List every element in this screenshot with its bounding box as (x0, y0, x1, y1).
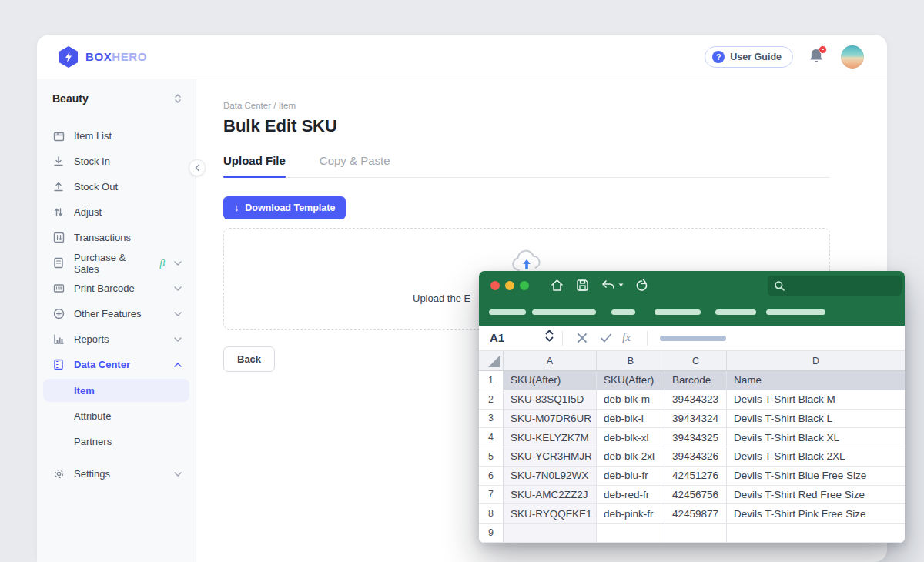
cell[interactable]: SKU-RYQQFKE1 (504, 504, 597, 524)
cell[interactable] (504, 524, 597, 543)
sidebar-item-purchase-sales[interactable]: Purchase & Sales β (37, 250, 196, 276)
spreadsheet-search-field[interactable] (768, 276, 902, 296)
cancel-entry-icon[interactable] (576, 330, 589, 346)
cell[interactable]: SKU-M07DR6UR (504, 410, 597, 429)
cell[interactable]: Barcode (665, 371, 727, 390)
cell[interactable]: 42451276 (665, 467, 727, 486)
cell[interactable]: Devils T-Shirt Blue Free Size (727, 467, 905, 486)
cell[interactable]: 39434324 (665, 410, 727, 429)
formula-bar: A1 fx (479, 326, 905, 351)
function-icon[interactable]: fx (622, 331, 631, 344)
cell[interactable]: Name (727, 371, 905, 390)
minimize-icon[interactable] (505, 281, 514, 290)
cell[interactable]: 39434326 (665, 447, 727, 467)
cell[interactable]: deb-red-fr (597, 486, 665, 505)
sidebar-item-print-barcode[interactable]: Print Barcode (37, 276, 196, 301)
cell[interactable]: SKU-YCR3HMJR (504, 447, 597, 467)
back-button[interactable]: Back (223, 346, 275, 372)
column-header[interactable]: D (727, 351, 905, 371)
row-number[interactable]: 6 (479, 467, 504, 486)
bar-chart-icon (52, 333, 65, 346)
row-number[interactable]: 4 (479, 428, 504, 447)
cell[interactable]: 42459877 (665, 504, 727, 524)
sidebar-collapse-button[interactable] (189, 159, 206, 176)
cell[interactable]: SKU(After) (597, 371, 665, 390)
sidebar-item-adjust[interactable]: Adjust (37, 199, 196, 225)
table-row: 7 SKU-AMC2ZZ2J deb-red-fr 42456756 Devil… (479, 486, 905, 505)
cell[interactable]: 39434325 (665, 428, 727, 447)
sidebar-subitem-partners[interactable]: Partners (37, 429, 196, 454)
column-header[interactable]: A (504, 351, 597, 371)
row-number[interactable]: 3 (479, 410, 504, 429)
cell[interactable]: Devils T-Shirt Black XL (727, 428, 905, 447)
download-template-button[interactable]: ↓ Download Template (223, 196, 346, 219)
column-header-row: A B C D (479, 351, 905, 371)
cell[interactable]: deb-pink-fr (597, 504, 665, 524)
sidebar-item-data-center[interactable]: Data Center (37, 352, 196, 377)
sidebar-item-transactions[interactable]: Transactions (37, 225, 196, 250)
cell[interactable]: deb-blk-xl (597, 428, 665, 447)
redo-icon[interactable] (635, 279, 648, 293)
home-icon[interactable] (550, 278, 564, 293)
cell[interactable]: deb-blu-fr (597, 467, 665, 486)
sidebar-item-label: Adjust (74, 206, 102, 218)
cell[interactable]: SKU-83SQ1I5D (504, 390, 597, 410)
cell[interactable]: SKU-7N0L92WX (504, 467, 597, 486)
cell-reference-stepper[interactable] (545, 330, 554, 342)
table-row: 1 SKU(After) SKU(After) Barcode Name (479, 371, 905, 390)
column-header[interactable]: B (597, 351, 665, 371)
ribbon-tab-placeholder (532, 309, 596, 315)
breadcrumb-part[interactable]: Data Center (223, 101, 271, 110)
cell[interactable]: deb-blk-2xl (597, 447, 665, 467)
undo-icon (601, 279, 616, 292)
row-number[interactable]: 7 (479, 486, 504, 505)
undo-button[interactable] (601, 279, 624, 292)
sidebar-item-stock-out[interactable]: Stock Out (37, 174, 196, 199)
cell[interactable] (665, 524, 727, 543)
maximize-icon[interactable] (520, 281, 529, 290)
cell[interactable]: SKU-AMC2ZZ2J (504, 486, 597, 505)
cell[interactable]: Devils T-Shirt Black M (727, 390, 905, 410)
database-icon (52, 359, 65, 371)
row-number[interactable]: 1 (479, 371, 504, 390)
save-icon[interactable] (576, 279, 589, 292)
sidebar-item-item-list[interactable]: Item List (37, 123, 196, 149)
column-header[interactable]: C (665, 351, 727, 371)
cell[interactable] (597, 524, 665, 543)
workspace-selector[interactable]: Beauty (37, 92, 196, 105)
sidebar-item-stock-in[interactable]: Stock In (37, 149, 196, 174)
sidebar-item-reports[interactable]: Reports (37, 326, 196, 352)
arrow-up-tray-icon (52, 181, 65, 193)
cell[interactable]: Devils T-Shirt Red Free Size (727, 486, 905, 505)
close-icon[interactable] (490, 281, 500, 290)
cell[interactable]: 42456756 (665, 486, 727, 505)
cell-reference-box[interactable]: A1 (490, 331, 504, 344)
confirm-entry-icon[interactable] (599, 330, 613, 346)
sort-arrows-icon (174, 93, 182, 104)
breadcrumb-part[interactable]: Item (279, 101, 296, 110)
boxhero-logo-icon (59, 46, 79, 68)
row-number[interactable]: 9 (479, 524, 504, 543)
cell[interactable]: Devils T-Shirt Black 2XL (727, 447, 905, 467)
cell[interactable]: SKU-KELYZK7M (504, 428, 597, 447)
sidebar-item-settings[interactable]: Settings (37, 461, 196, 487)
cell[interactable]: 39434323 (665, 390, 727, 410)
cell[interactable]: SKU(After) (504, 371, 597, 390)
tab-copy-paste[interactable]: Copy & Paste (320, 154, 390, 167)
cell[interactable]: deb-blk-m (597, 390, 665, 410)
sidebar-item-other-features[interactable]: Other Features (37, 301, 196, 326)
row-number[interactable]: 8 (479, 504, 504, 524)
row-number[interactable]: 5 (479, 447, 504, 467)
tab-upload-file[interactable]: Upload File (223, 154, 286, 167)
notifications-button[interactable] (808, 48, 825, 66)
row-number[interactable]: 2 (479, 390, 504, 410)
avatar[interactable] (841, 45, 864, 69)
cell[interactable]: Devils T-Shirt Pink Free Size (727, 504, 905, 524)
sidebar-subitem-attribute[interactable]: Attribute (37, 403, 196, 429)
user-guide-button[interactable]: ? User Guide (705, 46, 793, 68)
sidebar-subitem-item[interactable]: Item (43, 379, 189, 402)
cell[interactable] (727, 524, 905, 543)
select-all-corner[interactable] (479, 351, 504, 371)
cell[interactable]: Devils T-Shirt Black L (727, 410, 905, 429)
cell[interactable]: deb-blk-l (597, 410, 665, 429)
